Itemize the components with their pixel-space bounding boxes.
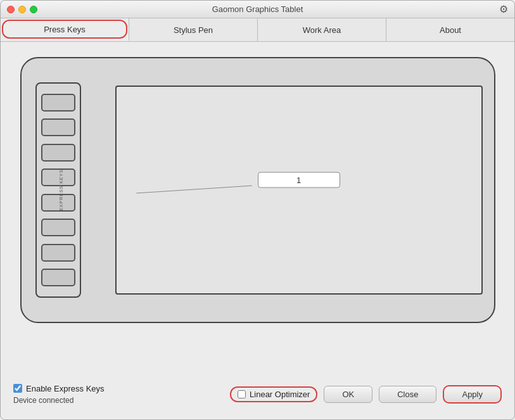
key-5[interactable] xyxy=(41,194,75,212)
key-8[interactable] xyxy=(41,269,75,286)
tablet-screen: 1 xyxy=(115,86,483,295)
traffic-lights xyxy=(1,6,37,13)
key-3[interactable] xyxy=(41,144,75,162)
tablet-illustration: EXPRESS KEYS xyxy=(20,57,495,323)
bottom-bar: Enable Express Keys Device connected Lin… xyxy=(1,369,514,419)
linear-optimizer-row: Linear Optimizer xyxy=(230,386,317,402)
enable-express-keys-row: Enable Express Keys xyxy=(13,384,105,393)
tab-about[interactable]: About xyxy=(386,18,514,41)
tab-press-keys[interactable]: Press Keys xyxy=(1,18,129,41)
express-keys-label: EXPRESS KEYS xyxy=(59,169,63,211)
svg-line-0 xyxy=(136,186,252,193)
enable-express-keys-label: Enable Express Keys xyxy=(26,384,105,393)
title-bar: Gaomon Graphics Tablet ⚙ xyxy=(1,1,514,18)
tab-work-area[interactable]: Work Area xyxy=(258,18,386,41)
minimize-button[interactable] xyxy=(18,6,26,13)
main-window: Gaomon Graphics Tablet ⚙ Press Keys Styl… xyxy=(0,0,515,420)
bottom-right-section: Linear Optimizer OK Close Apply xyxy=(230,385,502,404)
tab-stylus-pen[interactable]: Stylus Pen xyxy=(129,18,258,41)
key-1[interactable] xyxy=(41,94,75,111)
close-button[interactable] xyxy=(7,6,15,13)
key-label-popup: 1 xyxy=(258,172,340,188)
linear-optimizer-label: Linear Optimizer xyxy=(250,390,310,399)
tab-bar: Press Keys Stylus Pen Work Area About xyxy=(1,18,514,42)
key-2[interactable] xyxy=(41,118,75,136)
linear-optimizer-checkbox[interactable] xyxy=(238,390,246,398)
tablet-body: EXPRESS KEYS xyxy=(20,57,495,323)
window-title: Gaomon Graphics Tablet xyxy=(212,4,303,14)
express-keys-strip: EXPRESS KEYS xyxy=(35,82,81,298)
connector-line xyxy=(117,87,481,293)
close-dialog-button[interactable]: Close xyxy=(379,386,436,403)
gear-button[interactable]: ⚙ xyxy=(499,3,508,15)
maximize-button[interactable] xyxy=(30,6,37,13)
ok-button[interactable]: OK xyxy=(324,386,372,403)
apply-button[interactable]: Apply xyxy=(443,385,502,404)
key-4[interactable] xyxy=(41,169,75,186)
key-6[interactable] xyxy=(41,219,75,236)
device-status: Device connected xyxy=(13,396,105,405)
bottom-left-section: Enable Express Keys Device connected xyxy=(13,384,105,405)
main-content: EXPRESS KEYS xyxy=(1,42,514,369)
enable-express-keys-checkbox[interactable] xyxy=(13,384,22,393)
key-7[interactable] xyxy=(41,244,75,262)
